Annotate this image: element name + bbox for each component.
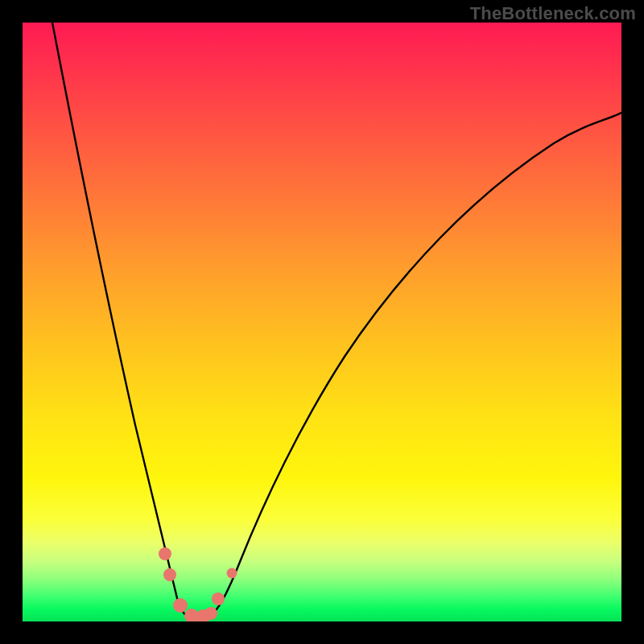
plot-area: [23, 23, 621, 621]
data-marker: [227, 568, 237, 579]
data-marker: [163, 568, 176, 581]
bottleneck-curve-left: [52, 23, 195, 620]
marker-cluster: [159, 547, 237, 621]
data-marker: [212, 592, 225, 605]
bottleneck-curve-right: [201, 113, 621, 620]
data-marker: [159, 547, 171, 560]
data-marker: [173, 598, 188, 613]
curve-layer: [23, 23, 621, 621]
data-marker: [204, 607, 217, 620]
watermark-text: TheBottleneck.com: [470, 3, 636, 24]
chart-frame: TheBottleneck.com: [0, 0, 644, 644]
